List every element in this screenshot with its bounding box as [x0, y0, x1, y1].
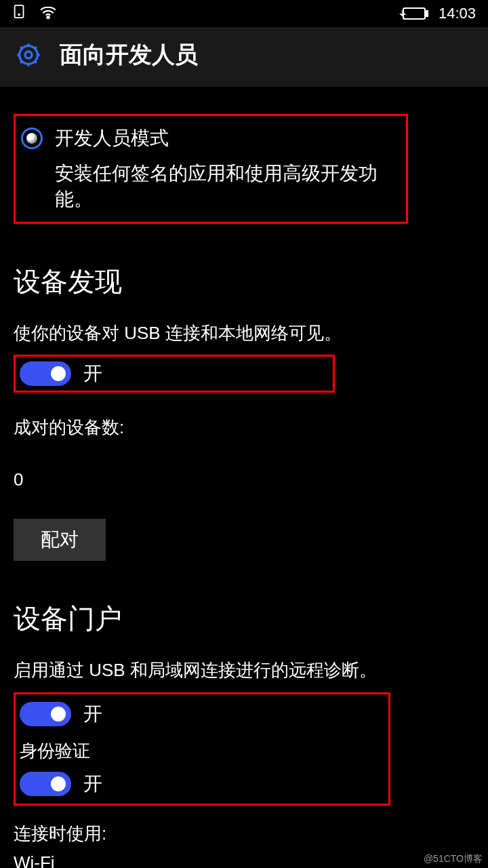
auth-toggle-label: 开	[83, 771, 102, 797]
device-discovery-title: 设备发现	[14, 263, 474, 300]
status-time: 14:03	[439, 5, 476, 22]
pair-button[interactable]: 配对	[14, 519, 106, 561]
device-discovery-toggle[interactable]	[20, 361, 71, 386]
status-bar: 14:03	[0, 0, 488, 27]
dev-mode-radio-row[interactable]: 开发人员模式	[21, 125, 401, 151]
svg-point-2	[47, 16, 49, 18]
notification-icon	[12, 4, 27, 23]
device-portal-toggle-box: 开 身份验证 开	[14, 692, 390, 806]
status-right: 14:03	[399, 5, 476, 22]
watermark: @51CTO博客	[424, 853, 483, 865]
auth-label: 身份验证	[20, 739, 384, 763]
gear-icon	[14, 40, 43, 70]
svg-rect-3	[403, 8, 425, 19]
dev-mode-section: 开发人员模式 安装任何签名的应用和使用高级开发功能。	[14, 114, 408, 224]
dev-mode-label: 开发人员模式	[55, 125, 169, 151]
device-portal-title: 设备门户	[14, 600, 474, 637]
paired-devices-label: 成对的设备数:	[14, 416, 474, 439]
page-title: 面向开发人员	[60, 39, 198, 71]
device-portal-desc: 启用通过 USB 和局域网连接进行的远程诊断。	[14, 658, 474, 682]
connect-label: 连接时使用:	[14, 822, 474, 846]
device-discovery-toggle-label: 开	[83, 361, 102, 387]
auth-toggle[interactable]	[20, 772, 71, 796]
svg-rect-4	[425, 11, 428, 16]
status-left	[12, 4, 57, 23]
battery-icon	[399, 6, 429, 21]
radio-icon[interactable]	[21, 127, 43, 149]
svg-point-1	[18, 14, 20, 16]
device-discovery-toggle-box: 开	[14, 355, 335, 393]
page-header: 面向开发人员	[0, 27, 488, 87]
device-discovery-desc: 使你的设备对 USB 连接和本地网络可见。	[14, 321, 474, 345]
svg-point-5	[25, 52, 32, 58]
wifi-icon	[39, 4, 57, 23]
device-portal-toggle-label: 开	[83, 701, 102, 727]
connect-wifi: Wi-Fi	[14, 852, 474, 868]
device-portal-toggle[interactable]	[20, 702, 71, 726]
dev-mode-desc: 安装任何签名的应用和使用高级开发功能。	[55, 161, 401, 212]
svg-point-6	[20, 46, 38, 64]
paired-devices-count: 0	[14, 469, 474, 490]
